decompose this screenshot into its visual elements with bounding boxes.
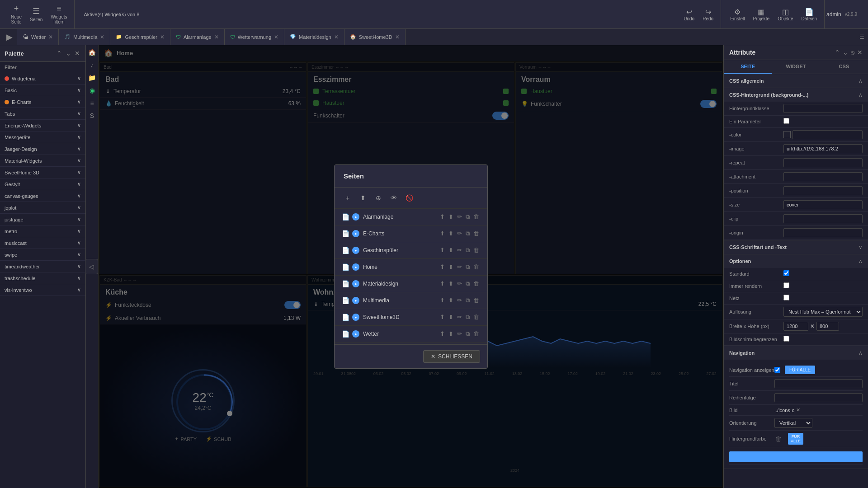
alarmanlage-edit[interactable]: ✏ [456,212,463,221]
tab-materialdesign-close[interactable]: ✕ [334,34,339,40]
palette-item-gestylt[interactable]: Gestylt ∨ [0,178,85,190]
side-nav-music[interactable]: ♪ [90,61,94,69]
standard-checkbox[interactable] [783,270,789,276]
tab-sweethome3d[interactable]: 🏠 SweetHome3D ✕ [344,29,406,45]
echarts-delete[interactable]: 🗑 [472,229,480,238]
tab-geschirrspuler[interactable]: 📁 Geschirrspüler ✕ [110,29,170,45]
modal-eye-btn[interactable]: 👁 [388,192,400,204]
multimedia-share[interactable]: ⬆ [448,296,454,305]
modal-hide-btn[interactable]: 🚫 [403,192,415,204]
tab-wetter-close[interactable]: ✕ [48,34,53,40]
wetter-edit[interactable]: ✏ [456,329,463,338]
echarts-upload[interactable]: ⬆ [439,229,446,238]
materialdesign-copy[interactable]: ⧉ [465,279,471,288]
redo-button[interactable]: ↪ Redo [699,6,717,23]
echarts-edit[interactable]: ✏ [456,229,463,238]
palette-item-widgeteria[interactable]: Widgeteria ∨ [0,73,85,84]
materialdesign-upload[interactable]: ⬆ [439,279,446,288]
optionen-header[interactable]: Optionen ∧ [724,254,868,268]
tab-alarmanlage-close[interactable]: ✕ [214,34,219,40]
modal-item-materialdesign[interactable]: 📄 ● Materialdesign ⬆ ⬆ ✏ ⧉ 🗑 [335,276,487,292]
hintergrundklasse-input[interactable] [783,104,863,113]
immer-rendern-checkbox[interactable] [783,282,789,288]
modal-item-multimedia[interactable]: 📄 ● Multimedia ⬆ ⬆ ✏ ⧉ 🗑 [335,292,487,309]
color-swatch[interactable] [783,131,791,138]
home-delete[interactable]: 🗑 [472,263,480,272]
size-input[interactable] [783,200,863,209]
sweethome3d-share[interactable]: ⬆ [448,313,454,322]
tab-add-button[interactable]: ▶ [2,32,17,42]
wetter-upload[interactable]: ⬆ [439,329,446,338]
modal-item-sweethome3d[interactable]: 📄 ● SweetHome3D ⬆ ⬆ ✏ ⧉ 🗑 [335,309,487,326]
tab-sweethome3d-close[interactable]: ✕ [395,34,400,40]
modal-item-geschirrspuler[interactable]: 📄 ● Geschirrspüler ⬆ ⬆ ✏ ⧉ 🗑 [335,242,487,259]
hoehe-input[interactable] [816,322,839,331]
clip-input[interactable] [783,214,863,223]
materialdesign-edit[interactable]: ✏ [456,279,463,288]
undo-button[interactable]: ↩ Undo [680,6,698,23]
modal-item-home[interactable]: 📄 ● Home ⬆ ⬆ ✏ ⧉ 🗑 [335,259,487,276]
geschirrspuler-edit[interactable]: ✏ [456,246,463,255]
palette-item-tabs[interactable]: Tabs ∨ [0,108,85,120]
tab-wetterwarnung-close[interactable]: ✕ [274,34,278,40]
geschirrspuler-copy[interactable]: ⧉ [465,246,471,255]
css-bg-header[interactable]: CSS-Hintergrund (background-...) ∧ [724,88,868,102]
nav-orientierung-select[interactable]: Vertikal Horizontal [774,418,812,428]
wetter-share[interactable]: ⬆ [448,329,454,338]
palette-item-messgerate[interactable]: Messgeräte ∨ [0,131,85,143]
sweethome3d-delete[interactable]: 🗑 [472,313,480,322]
side-nav-s[interactable]: S [90,112,94,119]
multimedia-delete[interactable]: 🗑 [472,296,480,305]
modal-import-btn[interactable]: ⊕ [373,192,384,204]
palette-item-musiccast[interactable]: musiccast ∨ [0,237,85,249]
tab-alarmanlage[interactable]: 🛡 Alarmanlage ✕ [170,29,225,45]
alarmanlage-upload[interactable]: ⬆ [439,212,446,221]
breite-input[interactable] [783,322,808,331]
modal-item-wetter[interactable]: 📄 ● Wetter ⬆ ⬆ ✏ ⧉ 🗑 [335,326,487,343]
tab-materialdesign[interactable]: 💎 Materialdesign ✕ [284,29,344,45]
seiten-button[interactable]: ☰ Seiten [26,5,46,24]
attr-expand-btn[interactable]: ⌄ [843,49,848,56]
einstell-button[interactable]: ⚙ Einstell [726,6,748,23]
modal-export-btn[interactable]: ⬆ [357,192,369,204]
side-nav-shield[interactable]: ◉ [90,87,95,94]
tab-wetterwarnung[interactable]: 🛡 Wetterwarnung ✕ [225,29,284,45]
attr-tab-seite[interactable]: SEITE [724,60,772,74]
palette-item-metro[interactable]: metro ∨ [0,225,85,237]
multimedia-copy[interactable]: ⧉ [465,296,471,305]
multimedia-upload[interactable]: ⬆ [439,296,446,305]
palette-item-trashschedule[interactable]: trashschedule ∨ [0,272,85,284]
nav-reihenfolge-input[interactable] [774,393,863,402]
attr-tab-css[interactable]: CSS [820,60,868,74]
attachment-input[interactable] [783,172,863,181]
geschirrspuler-delete[interactable]: 🗑 [472,246,480,255]
palette-item-sweethome[interactable]: SweetHome 3D ∨ [0,167,85,178]
modal-item-echarts[interactable]: 📄 ● E-Charts ⬆ ⬆ ✏ ⧉ 🗑 [335,225,487,242]
image-input[interactable] [783,144,863,153]
palette-expand-btn[interactable]: ⌄ [65,49,72,58]
palette-item-canvas[interactable]: canvas-gauges ∨ [0,190,85,202]
nav-anzeigen-checkbox[interactable] [774,367,780,373]
widgets-filtern-button[interactable]: ≡ Widgets filtern [47,2,71,26]
tab-menu-button[interactable]: ☰ [856,34,868,40]
home-upload[interactable]: ⬆ [439,263,446,272]
echarts-copy[interactable]: ⧉ [465,229,471,238]
css-font-header[interactable]: CSS-Schriftart und -Text ∨ [724,240,868,254]
repeat-input[interactable] [783,158,863,167]
side-nav-folder[interactable]: 📁 [88,74,96,81]
side-nav-home[interactable]: 🏠 [88,49,96,56]
modal-add-btn[interactable]: + [342,192,354,204]
tab-wetter[interactable]: 🌤 Wetter ✕ [17,29,59,45]
palette-item-jaeger[interactable]: Jaeger-Design ∨ [0,143,85,155]
css-allgemein-header[interactable]: CSS allgemein ∧ [724,74,868,88]
nav-hintergrundfarbe-trash[interactable]: 🗑 [774,434,783,443]
side-nav-bar[interactable]: ≡ [90,99,94,107]
home-edit[interactable]: ✏ [456,263,463,272]
attr-collapse-btn[interactable]: ⌃ [835,49,840,56]
nav-titel-input[interactable] [774,379,863,388]
modal-close-button[interactable]: ✕ SCHLIESSEN [423,350,480,363]
palette-item-visinventwo[interactable]: vis-inventwo ∨ [0,284,85,296]
objekte-button[interactable]: ◫ Objekte [774,6,797,23]
nav-fur-alle-button[interactable]: FÜR ALLE [785,366,815,374]
navigation-header[interactable]: Navigation ∧ [724,346,868,360]
